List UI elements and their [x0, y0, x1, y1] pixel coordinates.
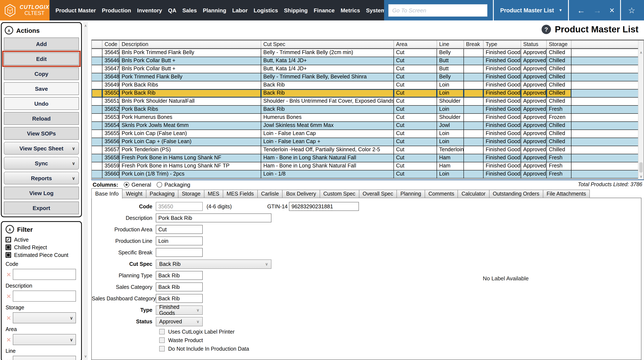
forward-arrow-icon[interactable]: → — [593, 6, 601, 14]
menu-item-production[interactable]: Production — [102, 7, 131, 13]
filter-area-select[interactable]: ∨ — [13, 334, 76, 345]
production-line-input[interactable] — [156, 236, 203, 245]
tab-mes-fields[interactable]: MES Fields — [223, 189, 258, 198]
status-select[interactable]: Approved ∨ — [156, 317, 203, 326]
scrollbar-thumb[interactable] — [639, 162, 643, 173]
filter-check-active[interactable]: ✓Active — [6, 236, 78, 243]
columns-mode-general[interactable]: General — [124, 181, 151, 188]
menu-item-inventory[interactable]: Inventory — [137, 7, 162, 13]
option-uses-cutlogix-label-printer[interactable]: Uses CutLogix Label Printer — [159, 329, 641, 335]
scroll-up-icon[interactable]: ∧ — [638, 51, 644, 54]
table-row-35651[interactable]: 35651Bnls Pork Shoulder NaturalFallShoul… — [92, 98, 638, 106]
cut-spec-select[interactable]: Back Rib ∨ — [156, 259, 272, 269]
menu-item-planning[interactable]: Planning — [203, 7, 226, 13]
copy-button[interactable]: Copy — [4, 67, 79, 80]
header-line[interactable]: Line — [437, 40, 464, 48]
description-input[interactable] — [156, 213, 272, 222]
production-area-input[interactable] — [156, 225, 203, 234]
menu-item-labor[interactable]: Labor — [232, 7, 248, 13]
help-icon[interactable]: ? — [542, 25, 551, 34]
table-row-35653[interactable]: 35653Pork Humerus BonesHumerus BonesCutS… — [92, 114, 638, 122]
header-description[interactable]: Description — [120, 40, 261, 48]
table-row-35656[interactable]: 35656Pork Loin Cap + (False Lean)Loin - … — [92, 138, 638, 146]
go-to-screen-input[interactable] — [388, 4, 487, 16]
collapse-filter-icon[interactable]: ∧ — [6, 225, 14, 233]
tab-custom-spec[interactable]: Custom Spec — [320, 189, 359, 198]
tab-weight[interactable]: Weight — [122, 189, 146, 198]
code-input[interactable] — [156, 202, 203, 211]
type-select[interactable]: Finished Goods ∨ — [156, 305, 203, 315]
add-button[interactable]: Add — [4, 37, 79, 50]
table-row-35659[interactable]: 35659Fresh Pork Bone in Hams Long Shank … — [92, 162, 638, 171]
tab-outstanding-orders[interactable]: Outstanding Orders — [489, 189, 543, 198]
tab-comments[interactable]: Comments — [425, 189, 458, 198]
header-break[interactable]: Break — [464, 40, 484, 48]
edit-button[interactable]: Edit — [4, 52, 79, 65]
clear-filter-icon[interactable]: × — [5, 314, 13, 322]
table-row-35646[interactable]: 35646Bnls Pork Collar Butt +Butt, Kata 1… — [92, 57, 638, 65]
undo-button[interactable]: Undo — [4, 97, 79, 110]
tab-planning[interactable]: Planning — [397, 189, 425, 198]
table-row-35650[interactable]: 35650Pork Back RibBack RibCutLoinFinishe… — [92, 89, 638, 98]
favorite-star-icon[interactable]: ☆ — [628, 6, 635, 14]
filter-check-estimated-piece-count[interactable]: Estimated Piece Count — [6, 252, 78, 258]
scroll-down-icon[interactable]: ∨ — [638, 175, 644, 179]
header-area[interactable]: Area — [394, 40, 437, 48]
tab-mes[interactable]: MES — [204, 189, 223, 198]
table-row-35647[interactable]: 35647Bnls Pork Collar Butt +Butt, Kata 1… — [92, 65, 638, 73]
tab-storage[interactable]: Storage — [178, 189, 204, 198]
menu-item-sales[interactable]: Sales — [182, 7, 197, 13]
menu-item-shipping[interactable]: Shipping — [284, 7, 308, 13]
tab-packaging[interactable]: Packaging — [146, 189, 178, 198]
tab-file-attachments[interactable]: File Attachments — [543, 189, 590, 198]
filter-storage-select[interactable]: ∨ — [13, 312, 76, 323]
menu-item-finance[interactable]: Finance — [314, 7, 334, 13]
option-waste-product[interactable]: Waste Product — [159, 337, 641, 343]
save-button[interactable]: Save — [4, 82, 79, 95]
scroll-down-icon[interactable]: ∨ — [83, 355, 88, 358]
clear-filter-icon[interactable]: × — [5, 271, 13, 278]
table-row-35657[interactable]: 35657Pork Tenderloin (PS)Tenderloin -Hea… — [92, 146, 638, 154]
table-row-35648[interactable]: 35648Pork Trimmed Flank BellyBelly - Tri… — [92, 73, 638, 81]
filter-code-input[interactable] — [13, 269, 76, 280]
table-row-35660[interactable]: 35660Pork Loin (1/8 Trim) - 2pcsLoin - 1… — [92, 171, 638, 179]
gtin-input[interactable] — [289, 202, 359, 211]
table-row-35654[interactable]: 35654Sknls Pork Jowls Meat 6mmJowl Skinl… — [92, 122, 638, 130]
view-sops-button[interactable]: View SOPs — [4, 127, 79, 140]
menu-item-logistics[interactable]: Logistics — [254, 7, 278, 13]
header-code[interactable]: Code — [102, 40, 120, 48]
planning-type-input[interactable] — [156, 271, 203, 280]
export-button[interactable]: Export — [4, 201, 79, 214]
clear-filter-icon[interactable]: × — [5, 336, 13, 343]
menu-item-system[interactable]: System — [366, 7, 386, 13]
menu-item-qa[interactable]: QA — [168, 7, 176, 13]
sales-category-input[interactable] — [156, 282, 203, 291]
table-row-35658[interactable]: 35658Fresh Pork Bone in Hams Long Shank … — [92, 154, 638, 162]
back-arrow-icon[interactable]: ← — [577, 6, 585, 14]
sales-dashboard-category-input[interactable] — [156, 294, 203, 303]
header-cut-spec[interactable]: Cut Spec — [261, 40, 394, 48]
collapse-actions-icon[interactable]: ∧ — [5, 26, 13, 34]
reports-button[interactable]: Reports∨ — [4, 172, 79, 184]
reload-button[interactable]: Reload — [4, 112, 79, 125]
table-row-35649[interactable]: 35649Pork Back RibsBack RibCutLoinFinish… — [92, 81, 638, 89]
tab-overall-spec[interactable]: Overall Spec — [359, 189, 397, 198]
table-row-35652[interactable]: 35652Pork Back RibsBack RibCutLoinFinish… — [92, 106, 638, 114]
clear-filter-icon[interactable]: × — [5, 358, 13, 360]
view-spec-sheet-button[interactable]: View Spec Sheet∨ — [4, 142, 79, 155]
sync-button[interactable]: Sync∨ — [4, 157, 79, 170]
filter-line-select[interactable]: ∨ — [13, 356, 76, 360]
sidebar-scrollbar[interactable]: ∧ ∨ — [83, 22, 88, 360]
tab-calculator[interactable]: Calculator — [458, 189, 490, 198]
menu-item-metrics[interactable]: Metrics — [340, 7, 360, 13]
filter-check-chilled-reject[interactable]: Chilled Reject — [6, 244, 78, 250]
screen-selector-dropdown[interactable]: Product Master List ▼ — [500, 7, 562, 13]
table-row-35645[interactable]: 35645Bnls Pork Trimmed Flank BellyBelly … — [92, 49, 638, 57]
view-log-button[interactable]: View Log — [4, 186, 79, 199]
clear-filter-icon[interactable]: × — [5, 293, 13, 300]
header-storage[interactable]: Storage — [547, 40, 572, 48]
close-icon[interactable]: × — [610, 6, 614, 14]
tab-base-info[interactable]: Base Info — [91, 188, 122, 198]
header-type[interactable]: Type — [484, 40, 521, 48]
tab-box-delivery[interactable]: Box Delivery — [283, 189, 320, 198]
